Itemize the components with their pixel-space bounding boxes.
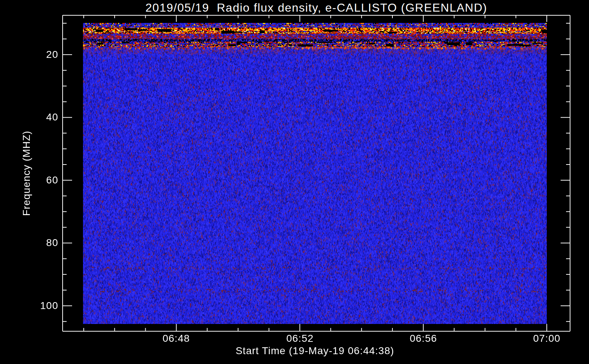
x-axis-title: Start Time (19-May-19 06:44:38) bbox=[83, 345, 547, 357]
plot-title: 2019/05/19 Radio flux density, e-CALLIST… bbox=[63, 1, 570, 15]
y-axis-title: Frequency (MHZ) bbox=[21, 131, 32, 216]
y-tick-label-80: 80 bbox=[0, 237, 58, 248]
y-tick-label-60: 60 bbox=[0, 175, 58, 186]
spectrogram-figure: 2019/05/19 Radio flux density, e-CALLIST… bbox=[0, 0, 589, 364]
x-tick-label-0656: 06:56 bbox=[410, 333, 437, 344]
spectrogram-image bbox=[83, 23, 547, 324]
x-tick-label-0648: 06:48 bbox=[162, 333, 190, 344]
x-tick-label-0652: 06:52 bbox=[286, 333, 313, 344]
y-tick-label-100: 100 bbox=[0, 300, 58, 311]
y-tick-label-20: 20 bbox=[0, 49, 58, 60]
x-tick-label-0700: 07:00 bbox=[533, 333, 560, 344]
y-tick-label-40: 40 bbox=[0, 112, 58, 123]
